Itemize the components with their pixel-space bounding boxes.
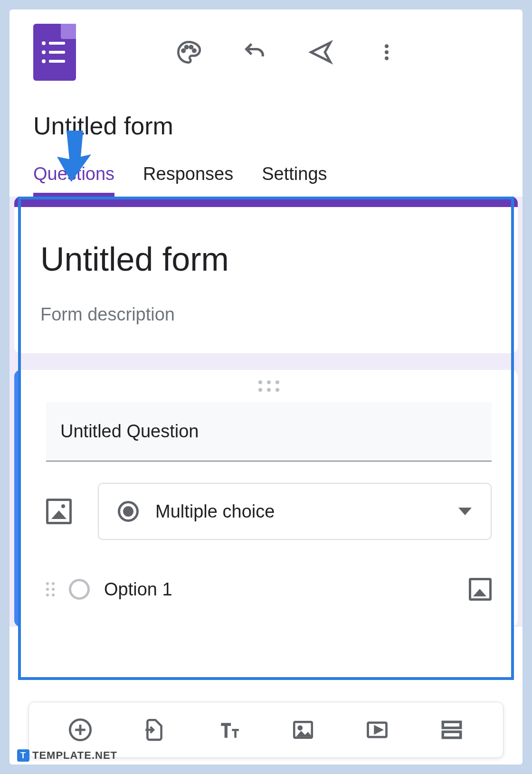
- header: [10, 9, 522, 81]
- svg-marker-7: [57, 131, 91, 182]
- tab-settings[interactable]: Settings: [262, 164, 327, 197]
- question-type-label: Multiple choice: [155, 501, 442, 522]
- svg-point-12: [299, 727, 302, 729]
- drag-handle-icon-2: [46, 388, 492, 402]
- option-image-icon[interactable]: [469, 578, 492, 601]
- chevron-down-icon: [458, 508, 472, 515]
- svg-marker-14: [375, 727, 381, 733]
- forms-logo-icon[interactable]: [33, 24, 76, 81]
- add-image-icon[interactable]: [290, 717, 316, 743]
- palette-icon[interactable]: [176, 39, 201, 65]
- svg-point-2: [190, 46, 192, 48]
- form-description-input[interactable]: Form description: [40, 304, 492, 325]
- question-type-row: Multiple choice: [46, 483, 492, 540]
- add-section-icon[interactable]: [438, 717, 465, 743]
- add-question-icon[interactable]: [67, 717, 94, 743]
- more-icon[interactable]: [374, 39, 399, 65]
- arrow-annotation-icon: [57, 131, 95, 183]
- radio-icon: [118, 501, 139, 522]
- svg-point-1: [185, 46, 188, 48]
- form-title-input[interactable]: Untitled form: [40, 240, 492, 278]
- svg-point-3: [193, 49, 195, 52]
- watermark: T TEMPLATE.NET: [17, 749, 117, 762]
- svg-point-6: [385, 57, 389, 60]
- question-title-input[interactable]: [46, 402, 492, 462]
- tab-responses[interactable]: Responses: [143, 164, 233, 197]
- send-icon[interactable]: [308, 39, 333, 65]
- toolbar-icons: [176, 39, 399, 65]
- option-radio-icon: [69, 579, 90, 600]
- watermark-text: TEMPLATE.NET: [32, 749, 117, 762]
- svg-rect-15: [443, 722, 461, 728]
- svg-point-0: [182, 49, 185, 52]
- tabs: Questions Responses Settings: [10, 140, 522, 197]
- watermark-badge: T: [17, 749, 29, 762]
- question-type-select[interactable]: Multiple choice: [98, 483, 492, 540]
- add-image-icon[interactable]: [46, 499, 72, 524]
- option-label[interactable]: Option 1: [104, 579, 455, 600]
- question-card[interactable]: Multiple choice Option 1: [14, 370, 518, 627]
- svg-point-4: [385, 44, 389, 48]
- option-drag-icon[interactable]: [46, 582, 55, 596]
- form-header-card[interactable]: Untitled form Form description: [14, 197, 518, 353]
- svg-rect-16: [443, 732, 461, 738]
- form-canvas: Untitled form Form description Multiple …: [10, 197, 522, 627]
- app-frame: Untitled form Questions Responses Settin…: [10, 9, 522, 765]
- svg-point-5: [385, 50, 389, 54]
- undo-icon[interactable]: [242, 39, 267, 65]
- import-questions-icon[interactable]: [141, 717, 168, 743]
- add-title-icon[interactable]: [216, 717, 242, 743]
- option-row: Option 1: [46, 578, 492, 601]
- add-video-icon[interactable]: [364, 717, 390, 743]
